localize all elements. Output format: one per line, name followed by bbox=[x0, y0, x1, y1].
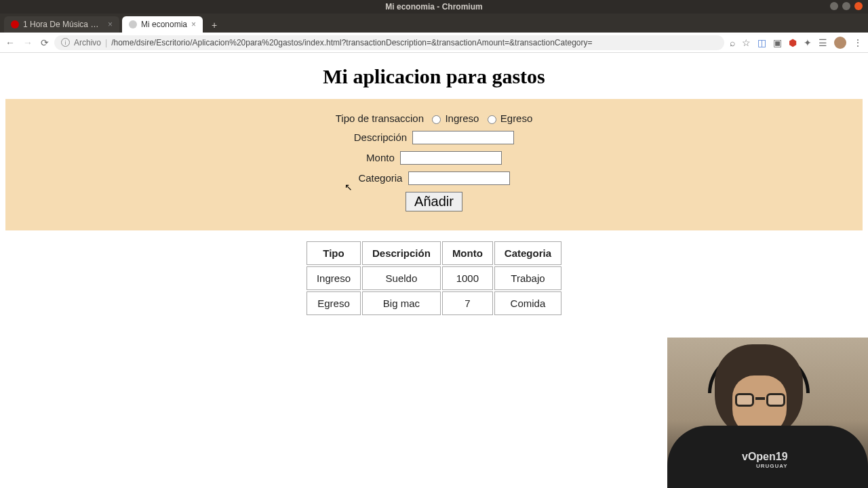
tab-active[interactable]: Mi economia × bbox=[122, 16, 203, 33]
shirt-logo: vOpen19 URUGUAY bbox=[742, 451, 788, 469]
th-categoria: Categoria bbox=[494, 241, 561, 265]
url-text: /home/dsire/Escritorio/Aplicacion%20para… bbox=[111, 38, 592, 47]
amount-input[interactable] bbox=[400, 151, 502, 165]
type-radio-ingreso[interactable] bbox=[432, 115, 441, 124]
adblock-icon[interactable]: ⬢ bbox=[789, 37, 797, 48]
category-label: Categoria bbox=[358, 172, 402, 184]
th-tipo: Tipo bbox=[307, 241, 361, 265]
cell: Egreso bbox=[307, 291, 361, 315]
back-icon[interactable]: ← bbox=[5, 38, 15, 47]
translate-icon[interactable]: ◫ bbox=[757, 37, 766, 48]
type-radio-egreso[interactable] bbox=[488, 115, 496, 124]
cell: 7 bbox=[442, 291, 493, 315]
forward-icon: → bbox=[23, 38, 33, 47]
add-button[interactable]: Añadir bbox=[406, 192, 462, 211]
extension-icon[interactable]: ▣ bbox=[773, 37, 782, 48]
amount-label: Monto bbox=[366, 152, 395, 163]
new-tab-button[interactable]: + bbox=[207, 18, 222, 33]
close-tab-icon[interactable]: × bbox=[191, 20, 196, 29]
type-row: Tipo de transaccion Ingreso Egreso bbox=[11, 113, 857, 124]
omnibox[interactable]: i Archivo | /home/dsire/Escritorio/Aplic… bbox=[54, 35, 724, 50]
cell: Comida bbox=[494, 291, 561, 315]
category-input[interactable] bbox=[408, 171, 510, 185]
table-header-row: Tipo Descripción Monto Categoria bbox=[307, 241, 561, 265]
webcam-overlay: vOpen19 URUGUAY bbox=[667, 338, 868, 488]
th-descripcion: Descripción bbox=[362, 241, 441, 265]
window-controls bbox=[830, 2, 863, 10]
table-row: Ingreso Sueldo 1000 Trabajo bbox=[307, 266, 561, 290]
window-maximize-icon[interactable] bbox=[842, 2, 850, 10]
url-scheme: Archivo bbox=[74, 38, 101, 47]
type-opt-egreso: Egreso bbox=[500, 113, 533, 124]
tabstrip: 1 Hora De Música Sin C × Mi economia × + bbox=[0, 14, 868, 33]
desc-label: Descripción bbox=[354, 131, 407, 143]
toolbar-actions: ⌕ ☆ ◫ ▣ ⬢ ✦ ☰ ⋮ bbox=[730, 37, 863, 49]
transaction-form: Tipo de transaccion Ingreso Egreso Descr… bbox=[5, 99, 863, 230]
site-info-icon[interactable]: i bbox=[61, 38, 70, 47]
bookmark-icon[interactable]: ☆ bbox=[742, 37, 751, 48]
table-row: Egreso Big mac 7 Comida bbox=[307, 291, 561, 315]
type-opt-ingreso: Ingreso bbox=[445, 113, 479, 124]
cell: Big mac bbox=[362, 291, 441, 315]
window-close-icon[interactable] bbox=[854, 2, 863, 10]
kebab-menu-icon[interactable]: ⋮ bbox=[853, 37, 863, 48]
tab-label: 1 Hora De Música Sin C bbox=[23, 20, 104, 29]
submit-row: Añadir bbox=[11, 192, 857, 211]
page-favicon-icon bbox=[129, 20, 137, 28]
window-minimize-icon[interactable] bbox=[830, 2, 838, 10]
reading-list-icon[interactable]: ☰ bbox=[818, 37, 827, 48]
zoom-icon[interactable]: ⌕ bbox=[730, 37, 735, 48]
desc-row: Descripción bbox=[11, 131, 857, 144]
close-tab-icon[interactable]: × bbox=[108, 20, 113, 29]
tab-inactive[interactable]: 1 Hora De Música Sin C × bbox=[4, 16, 119, 33]
extensions-menu-icon[interactable]: ✦ bbox=[804, 37, 812, 48]
youtube-icon bbox=[11, 20, 19, 28]
cell: Sueldo bbox=[362, 266, 441, 290]
cell: 1000 bbox=[442, 266, 493, 290]
tab-label: Mi economia bbox=[141, 20, 187, 29]
profile-avatar[interactable] bbox=[834, 37, 846, 49]
window-title: Mi economia - Chromium bbox=[0, 2, 868, 12]
cell: Trabajo bbox=[494, 266, 561, 290]
reload-icon[interactable]: ⟳ bbox=[41, 38, 49, 47]
amount-row: Monto bbox=[11, 151, 857, 165]
nav-buttons: ← → ⟳ bbox=[5, 38, 49, 47]
type-label: Tipo de transaccion bbox=[336, 113, 424, 124]
desc-input[interactable] bbox=[412, 131, 514, 144]
transactions-table: Tipo Descripción Monto Categoria Ingreso… bbox=[305, 240, 563, 317]
th-monto: Monto bbox=[442, 241, 493, 265]
category-row: Categoria bbox=[11, 171, 857, 185]
browser-toolbar: ← → ⟳ i Archivo | /home/dsire/Escritorio… bbox=[0, 33, 868, 53]
os-titlebar: Mi economia - Chromium bbox=[0, 0, 868, 14]
cell: Ingreso bbox=[307, 266, 361, 290]
page-title: Mi aplicacion para gastos bbox=[0, 65, 868, 88]
